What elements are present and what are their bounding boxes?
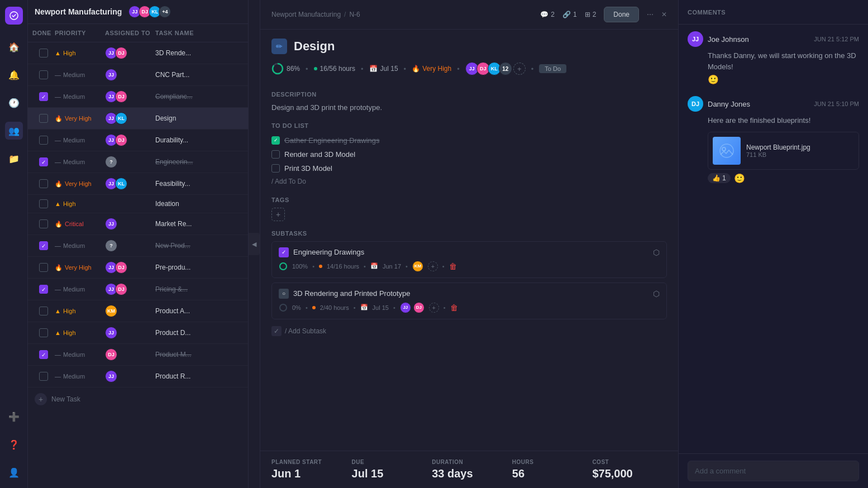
table-row[interactable]: ✓ —Medium DJ Product M... [28,344,248,366]
todo-checkbox-1[interactable]: ✓ [271,136,280,145]
table-row[interactable]: ▲High KM Product A... [28,300,248,322]
task-checkbox[interactable] [39,307,48,315]
todo-checkbox-2[interactable] [271,150,280,159]
duration-stat: DURATION 33 days [432,459,507,480]
add-reaction-icon-1[interactable]: 🙂 [708,75,719,84]
task-checkbox[interactable] [39,70,48,79]
external-link-icon-1[interactable]: ⬡ [653,248,660,257]
subtask-progress-circle-1 [279,262,288,271]
hours-stat-bottom: HOURS 56 [512,459,587,480]
table-row[interactable]: 🔥Very High JJ DJ Pre-produ... [28,257,248,279]
task-checkbox[interactable] [39,49,48,58]
table-row[interactable]: ✓ —Medium ? New Prod... [28,235,248,257]
task-checkbox[interactable] [39,114,48,123]
task-checkbox[interactable] [39,199,48,208]
subtask-2-delete-btn[interactable]: 🗑 [450,303,458,312]
expand-panel-btn[interactable]: ◀ [249,233,260,255]
add-task-row[interactable]: + New Task [28,387,248,411]
home-icon[interactable]: 🏠 [5,38,23,56]
todo-text-3: Print 3D Model [284,164,332,173]
priority-icon: 🔥 [412,65,420,73]
help-icon[interactable]: ❓ [5,436,23,453]
todo-checkbox-3[interactable] [271,164,280,173]
task-checkbox[interactable]: ✓ [39,241,48,250]
subtask-title-row-2: ○ 3D Rendering and Printed Prototype ⬡ [279,289,660,299]
subtasks-label: SUBTASKS [271,230,667,237]
table-row[interactable]: ▲High JJ DJ 3D Rende... [28,42,248,64]
cost-label: COST [592,459,667,465]
task-checkbox[interactable] [39,372,48,381]
comment-icon: 💬 [540,11,549,18]
task-checkbox[interactable] [39,179,48,188]
subtask-2-add-assignee[interactable]: + [429,303,439,313]
task-checkbox[interactable] [39,136,48,145]
table-row[interactable]: ✓ —Medium JJ DJ Complianc... [28,86,248,108]
comment-2-text: Here are the finished blueprints! [688,115,859,126]
add-assignee-btn[interactable]: + [513,63,526,75]
table-row[interactable]: 🔥Very High JJ KL Design [28,108,248,130]
priority-badge: —Medium [55,351,105,358]
priority-badge: —Medium [55,286,105,293]
table-row[interactable]: —Medium JJ CNC Part... [28,64,248,86]
priority-badge: —Medium [55,93,105,100]
table-row[interactable]: 🔥Very High JJ KL Feasibility... [28,173,248,195]
app-logo[interactable] [5,7,23,25]
task-checkbox[interactable]: ✓ [39,92,48,101]
description-text: Design and 3D print the prototype. [271,102,667,113]
table-row[interactable]: —Medium JJ Product R... [28,366,248,387]
user-profile-icon[interactable]: 👤 [5,463,23,481]
add-task-label: New Task [51,395,80,403]
sep1: • [306,65,308,73]
done-button[interactable]: Done [604,7,639,22]
add-icon[interactable]: ➕ [5,408,23,425]
comment-input[interactable] [688,461,859,481]
more-options-icon[interactable]: ⋯ [647,11,654,18]
task-name: New Prod... [155,242,244,250]
table-row[interactable]: —Medium JJ DJ Durability... [28,130,248,151]
add-todo-btn[interactable]: / Add To Do [271,175,667,188]
task-checkbox[interactable]: ✓ [39,285,48,294]
users-icon[interactable]: 👥 [5,122,23,140]
list-item: ○ 3D Rendering and Printed Prototype ⬡ 0… [271,283,667,319]
assigned-to: KM [105,305,155,317]
table-row[interactable]: ▲High JJ Product D... [28,322,248,344]
table-row[interactable]: ✓ —Medium JJ DJ Pricing &... [28,279,248,300]
close-icon[interactable]: ✕ [661,11,667,18]
table-row[interactable]: 🔥Critical JJ Market Re... [28,213,248,235]
task-checkbox[interactable]: ✓ [39,350,48,359]
task-name: Ideation [155,200,244,208]
table-row[interactable]: ▲High Ideation [28,195,248,213]
external-link-icon-2[interactable]: ⬡ [653,289,660,298]
reaction-thumbsup[interactable]: 👍 1 [708,173,731,183]
task-checkbox[interactable] [39,263,48,272]
task-checkbox[interactable] [39,219,48,228]
notification-icon[interactable]: 🔔 [5,66,23,84]
priority-tag: 🔥 Very High [412,65,451,73]
comment-1-avatar: JJ [688,31,703,47]
add-subtask-btn[interactable]: ✓ / Add Subtask [271,324,667,338]
task-name: Pricing &... [155,285,244,293]
task-checkbox[interactable]: ✓ [39,157,48,166]
task-checkbox[interactable] [39,328,48,337]
table-row[interactable]: ✓ —Medium ? Engineerin... [28,151,248,173]
detail-body: DESCRIPTION Design and 3D print the prot… [260,82,678,451]
subtask-1-add-assignee[interactable]: + [428,261,438,271]
assigned-to: DJ [105,348,155,361]
list-item: Print 3D Model [271,161,667,175]
sidebar: 🏠 🔔 🕐 👥 📁 ➕ ❓ 👤 [0,0,28,488]
comment-1-text: Thanks Danny, we will start working on t… [688,50,859,72]
add-reaction-icon-2[interactable]: 🙂 [734,173,745,184]
clock-icon[interactable]: 🕐 [5,94,23,112]
sep2: • [361,65,364,73]
subtask-2-date: Jul 15 [373,304,389,311]
priority-badge: 🔥Very High [55,180,105,188]
subtask-1-hours: 14/16 hours [327,263,359,270]
calendar-icon-s1: 📅 [370,262,378,270]
breadcrumb-sep: / [344,11,346,18]
comment-2-attachment: Newport Blueprint.jpg 711 KB [708,132,859,170]
folder-icon[interactable]: 📁 [5,150,23,168]
status-badge[interactable]: To Do [539,64,566,73]
subtask-1-delete-btn[interactable]: 🗑 [449,262,457,271]
subtask-hours-dot-2 [312,306,316,309]
add-tag-btn[interactable]: + [271,208,285,221]
